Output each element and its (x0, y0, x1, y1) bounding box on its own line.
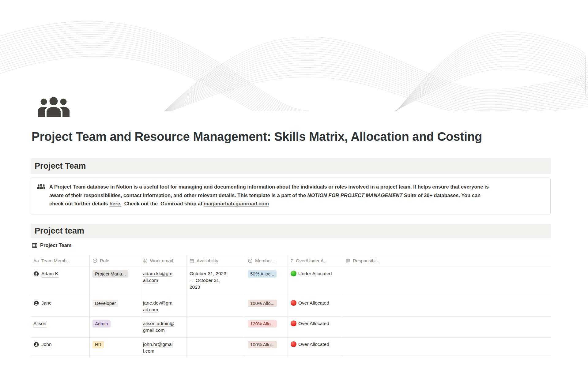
column-header-label: Role (100, 257, 109, 264)
database-title-text: Project Team (40, 242, 71, 248)
cell-over-under-allocated[interactable]: Over Allocated (288, 317, 343, 337)
cell-over-under-allocated[interactable]: Under Allocated (288, 267, 343, 296)
allocation-tag: 50% Alloc... (248, 270, 277, 278)
cell-member-allocation[interactable]: 100% Allo... (245, 338, 288, 357)
cell-team-member[interactable]: Adam K (31, 267, 90, 296)
notion-for-project-management-link[interactable]: NOTION FOR PROJECT MANAGEMENT (307, 193, 403, 198)
allocation-tag: 100% Allo... (248, 300, 277, 307)
column-header-label: Team Memb... (41, 257, 70, 264)
page-title: Project Team and Resource Management: Sk… (32, 130, 552, 144)
cell-availability[interactable]: October 31, 2023 → October 31, 2023 (187, 267, 245, 296)
red-circle-icon (291, 320, 296, 326)
cell-availability[interactable] (187, 296, 245, 316)
column-header-label: Member ... (255, 257, 277, 264)
column-header-member-allocation[interactable]: Member ... (245, 255, 288, 267)
status-text: Under Allocated (298, 271, 332, 276)
groups-icon (37, 184, 45, 215)
callout-line-3: check out further details here. Check ou… (49, 200, 489, 208)
email-at-icon: @ (143, 257, 148, 264)
cell-role[interactable]: HR (90, 338, 140, 357)
cell-role[interactable]: Developer (90, 296, 140, 316)
cell-role[interactable]: Project Mana... (90, 267, 140, 296)
table-grid-icon (32, 243, 37, 248)
page-icon[interactable] (38, 97, 70, 117)
column-header-label: Availability (197, 257, 218, 264)
cell-over-under-allocated[interactable]: Over Allocated (288, 338, 343, 357)
column-header-label: Over/Under A... (296, 257, 327, 264)
red-circle-icon (291, 341, 296, 347)
column-header-team-member[interactable]: Aa Team Memb... (31, 255, 90, 267)
date-range-value: October 31, 2023 → October 31, 2023 (190, 270, 230, 290)
role-tag: HR (92, 341, 104, 348)
table-header-row: Aa Team Memb... Role @ Work email Availa… (31, 255, 551, 267)
section-heading-text: Project Team (35, 161, 86, 171)
email-value[interactable]: john.hr@gmail.com (143, 341, 175, 354)
project-team-table: Aa Team Memb... Role @ Work email Availa… (31, 255, 551, 357)
email-value[interactable]: adam.kk@gmail.com (143, 270, 175, 284)
cell-over-under-allocated[interactable]: Over Allocated (288, 296, 343, 316)
email-value[interactable]: alison.admin@gmail.com (143, 320, 175, 334)
column-header-work-email[interactable]: @ Work email (140, 255, 187, 267)
callout-text-segment: Suite of 30+ databases. You can (402, 193, 481, 198)
callout-text: A Project Team database in Notion is a u… (49, 183, 489, 215)
column-header-availability[interactable]: Availability (187, 255, 245, 267)
page-link[interactable]: Jane (41, 300, 52, 307)
cell-work-email[interactable]: jane.dev@gmail.com (140, 296, 187, 316)
column-header-responsibilities[interactable]: Responsibi... (343, 255, 551, 267)
cell-responsibilities[interactable] (343, 338, 551, 357)
table-row: Alison Admin alison.admin@gmail.com 120%… (31, 317, 551, 338)
page-cover-wave-image (0, 0, 588, 111)
column-header-label: Work email (150, 257, 173, 264)
cell-responsibilities[interactable] (343, 267, 551, 296)
page-link[interactable]: John (41, 341, 52, 348)
page-link[interactable]: Adam K (41, 270, 58, 278)
cell-work-email[interactable]: alison.admin@gmail.com (140, 317, 187, 337)
person-avatar-icon (33, 271, 39, 279)
cell-responsibilities[interactable] (343, 317, 551, 337)
cell-member-allocation[interactable]: 50% Alloc... (245, 267, 288, 296)
cell-team-member[interactable]: John (31, 338, 90, 357)
cell-team-member[interactable]: Alison (31, 317, 90, 337)
status-text: Over Allocated (298, 300, 329, 305)
page-link[interactable]: Alison (33, 320, 46, 328)
cell-member-allocation[interactable]: 120% Allo... (245, 317, 288, 337)
person-avatar-icon (33, 300, 39, 308)
allocation-tag: 100% Allo... (248, 341, 277, 348)
here-link[interactable]: here. (109, 201, 121, 206)
cell-work-email[interactable]: john.hr@gmail.com (140, 338, 187, 357)
person-avatar-icon (33, 342, 39, 349)
callout-text-segment: check out further details (49, 201, 109, 206)
cell-role[interactable]: Admin (90, 317, 140, 337)
status-text: Over Allocated (298, 342, 329, 347)
callout-text-segment: Check out the Gumroad shop at (122, 201, 204, 206)
green-circle-icon (291, 271, 296, 276)
cell-work-email[interactable]: adam.kk@gmail.com (140, 267, 187, 296)
callout-line-1: A Project Team database in Notion is a u… (49, 183, 489, 191)
cell-availability[interactable] (187, 317, 245, 337)
section-heading-project-team-sub: Project team (31, 224, 551, 238)
cell-responsibilities[interactable] (343, 296, 551, 316)
text-lines-icon (346, 259, 350, 263)
gumroad-link[interactable]: marjanarbab.gumroad.com (204, 201, 269, 206)
section-heading-text: Project team (35, 226, 84, 236)
table-row: Adam K Project Mana... adam.kk@gmail.com… (31, 267, 551, 296)
callout-line-2: aware of their responsibilities, contact… (49, 191, 489, 200)
wave-lines-graphic (0, 0, 588, 111)
groups-icon (38, 97, 70, 117)
cell-member-allocation[interactable]: 100% Allo... (245, 296, 288, 316)
column-header-label: Responsibi... (353, 257, 379, 264)
select-icon (248, 258, 253, 263)
column-header-role[interactable]: Role (90, 255, 140, 267)
cell-availability[interactable] (187, 338, 245, 357)
email-value[interactable]: jane.dev@gmail.com (143, 300, 175, 313)
callout-block: A Project Team database in Notion is a u… (31, 178, 551, 215)
red-circle-icon (291, 300, 296, 306)
title-Aa-icon: Aa (33, 257, 39, 264)
column-header-over-under-allocated[interactable]: Σ Over/Under A... (288, 255, 343, 267)
cell-team-member[interactable]: Jane (31, 296, 90, 316)
callout-text-segment: aware of their responsibilities, contact… (49, 193, 307, 198)
status-text: Over Allocated (298, 321, 329, 326)
section-heading-project-team: Project Team (31, 158, 551, 174)
role-tag: Admin (92, 320, 111, 328)
database-title[interactable]: Project Team (32, 242, 71, 248)
